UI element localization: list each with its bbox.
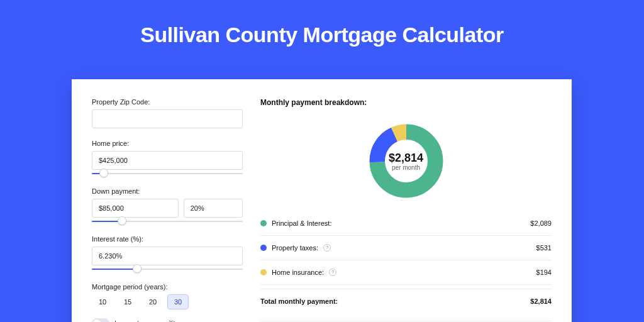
price-field: Home price: [92,140,243,176]
legend-row-ins: Home insurance: ?$194 [260,264,552,280]
info-icon[interactable]: ? [323,244,331,252]
period-option-15[interactable]: 15 [117,294,138,309]
legend-label-ins: Home insurance: [272,269,324,276]
page-title: Sullivan County Mortgage Calculator [0,0,644,47]
slider-thumb[interactable] [99,169,108,177]
rate-slider[interactable] [92,267,243,272]
rate-label: Interest rate (%): [92,235,243,243]
veteran-label: I am veteran or military [114,319,185,322]
legend-value-ins: $194 [536,269,552,276]
breakdown-title: Monthly payment breakdown: [260,98,552,107]
veteran-row: I am veteran or military [92,318,243,322]
period-field: Mortgage period (years): 10152030 [92,283,243,309]
price-slider[interactable] [92,171,243,176]
divider [260,235,552,236]
downpayment-amount-input[interactable] [92,199,179,218]
period-option-20[interactable]: 20 [142,294,164,309]
period-option-10[interactable]: 10 [92,294,113,309]
downpayment-slider[interactable] [92,219,243,224]
calculator-card: Property Zip Code: Home price: Down paym… [72,79,572,322]
slider-thumb[interactable] [133,264,142,273]
divider [260,284,552,285]
zip-field: Property Zip Code: [92,98,243,128]
donut-sub: per month [389,164,423,171]
downpayment-percent-input[interactable] [184,199,243,218]
legend-row-pi: Principal & Interest:$2,089 [260,215,552,231]
inputs-panel: Property Zip Code: Home price: Down paym… [92,98,243,322]
legend-label-tax: Property taxes: [272,244,318,252]
donut-chart: $2,814 per month [260,114,552,215]
page-frame: Sullivan County Mortgage Calculator Prop… [0,0,644,322]
total-row: Total monthly payment: $2,814 [260,293,552,309]
legend-dot-ins [260,269,267,275]
legend-label-pi: Principal & Interest: [272,219,331,227]
legend-dot-tax [260,245,267,251]
zip-input[interactable] [92,109,243,128]
divider [260,260,552,260]
zip-label: Property Zip Code: [92,98,243,106]
veteran-toggle[interactable] [92,318,109,322]
downpayment-label: Down payment: [92,187,243,195]
legend-row-tax: Property taxes: ?$531 [260,240,552,256]
period-label: Mortgage period (years): [92,283,243,291]
period-option-30[interactable]: 30 [167,294,189,309]
breakdown-panel: Monthly payment breakdown: $2,814 per mo… [260,98,552,322]
total-label: Total monthly payment: [260,297,338,305]
info-icon[interactable]: ? [329,269,336,276]
legend-dot-pi [260,220,267,226]
price-label: Home price: [92,140,243,147]
downpayment-field: Down payment: [92,187,243,224]
legend-value-tax: $531 [536,244,552,252]
legend-value-pi: $2,089 [530,219,552,227]
donut-center: $2,814 per month [389,152,423,171]
rate-field: Interest rate (%): [92,235,243,272]
rate-input[interactable] [92,247,243,265]
donut-total: $2,814 [389,152,423,165]
slider-thumb[interactable] [118,216,126,225]
total-amount: $2,814 [530,297,552,305]
price-input[interactable] [92,151,243,170]
divider [260,289,552,289]
